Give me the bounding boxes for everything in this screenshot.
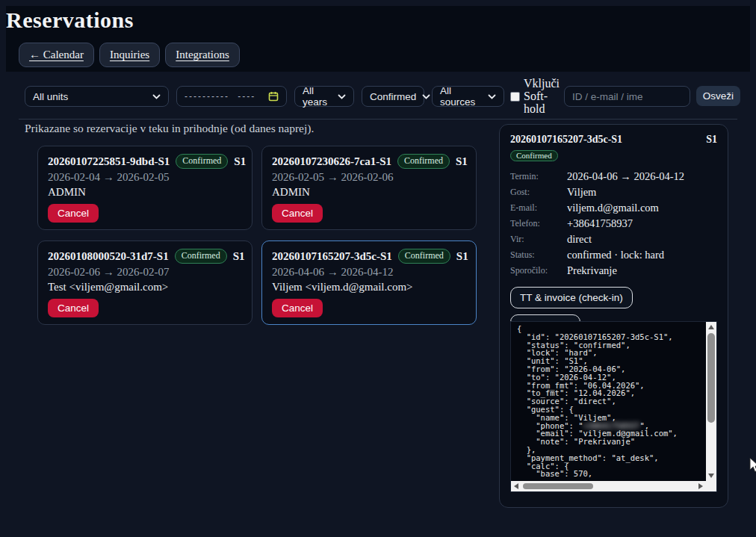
search-input[interactable] (564, 86, 690, 107)
horizontal-scrollbar[interactable] (511, 481, 706, 491)
date-range: 2026-02-04 → 2026-02-05 (48, 171, 242, 184)
tab-bar: ← Calendar Inquiries Integrations (19, 43, 240, 67)
reservation-id: 20260107230626-7ca1-S1 (272, 155, 391, 168)
reservation-id: 20260108000520-31d7-S1 (48, 250, 169, 263)
refresh-button[interactable]: Osveži (696, 86, 740, 106)
date-input[interactable]: ---------- ---- (176, 86, 287, 107)
reservation-id: 20260107225851-9dbd-S1 (48, 155, 170, 168)
reservation-card[interactable]: 20260107230626-7ca1-S1 Confirmed S1 2026… (261, 146, 477, 230)
detail-label: Sporočilo: (510, 265, 567, 276)
header: Reservations ← Calendar Inquiries Integr… (6, 6, 750, 72)
detail-value: viljem.d@gmail.com (567, 202, 659, 214)
tab-inquiries-label: Inquiries (110, 49, 149, 60)
detail-label: E-mail: (510, 202, 567, 214)
card-header: 20260107165207-3d5c-S1 Confirmed S1 (272, 249, 466, 264)
detail-row-telefon: Telefon: +38641758937 (510, 216, 717, 232)
detail-row-status: Status: confirmed · lock: hard (510, 247, 717, 263)
chevron-down-icon (488, 94, 496, 99)
date-range: 2026-02-05 → 2026-02-06 (272, 171, 466, 184)
scrollbar-corner (706, 481, 716, 491)
chevron-down-icon (422, 94, 430, 99)
detail-reservation-id: 20260107165207-3d5c-S1 (510, 134, 622, 146)
status-badge: Confirmed (397, 154, 450, 169)
horizontal-scroll-thumb[interactable] (523, 483, 593, 489)
detail-value: +38641758937 (567, 217, 633, 230)
tab-inquiries[interactable]: Inquiries (99, 43, 160, 67)
unit-label: S1 (233, 250, 245, 263)
scroll-up-icon[interactable] (708, 325, 714, 329)
status-badge: Confirmed (175, 249, 227, 264)
guest-name: Viljem <viljem.d@gmail.com> (272, 281, 466, 294)
reservation-card[interactable]: 20260108000520-31d7-S1 Confirmed S1 2026… (37, 240, 252, 325)
date-range: 2026-04-06 → 2026-04-12 (272, 266, 466, 279)
guest-name: Test <viljem@gmail.com> (48, 281, 242, 294)
scroll-down-icon[interactable] (708, 474, 714, 478)
source-select[interactable]: All sources (432, 86, 504, 107)
info-line: Prikazane so rezervacije v teku in priho… (25, 122, 314, 135)
json-text-before: { "id": "20260107165207-3d5c-S1", "statu… (517, 324, 673, 430)
detail-value: confirmed · lock: hard (567, 249, 664, 261)
detail-row-vir: Vir: direct (510, 232, 717, 247)
json-viewer[interactable]: { "id": "20260107165207-3d5c-S1", "statu… (510, 321, 717, 492)
year-select[interactable]: All years (294, 86, 354, 107)
softhold-checkbox[interactable] (510, 92, 520, 102)
json-redacted-phone: +38641758937 (583, 421, 640, 430)
divider (19, 119, 737, 119)
calendar-icon[interactable] (268, 91, 279, 102)
cancel-button[interactable]: Cancel (48, 299, 99, 317)
invoice-button[interactable]: TT & invoice (check-in) (510, 287, 633, 308)
guest-name: ADMIN (48, 186, 242, 199)
softhold-label: Vključi Soft-hold (524, 77, 563, 115)
status-select-value: Confirmed (370, 91, 416, 102)
tab-integrations[interactable]: Integrations (165, 43, 240, 67)
status-badge: Confirmed (176, 154, 228, 169)
year-select-value: All years (303, 85, 332, 108)
page-title: Reservations (6, 7, 134, 33)
unit-select-value: All units (33, 91, 68, 102)
date-range: 2026-02-06 → 2026-02-07 (48, 266, 242, 279)
reservation-id: 20260107165207-3d5c-S1 (272, 250, 392, 263)
vertical-scrollbar[interactable] (706, 322, 716, 481)
unit-label: S1 (456, 250, 468, 263)
source-select-value: All sources (440, 85, 482, 108)
detail-header: 20260107165207-3d5c-S1 S1 (510, 134, 717, 146)
reservation-card[interactable]: 20260107225851-9dbd-S1 Confirmed S1 2026… (37, 146, 252, 230)
cancel-button[interactable]: Cancel (48, 204, 99, 223)
status-select[interactable]: Confirmed (362, 86, 424, 107)
detail-value: Viljem (567, 186, 596, 199)
unit-label: S1 (234, 155, 246, 168)
detail-row-termin: Termin: 2026-04-06 → 2026-04-12 (510, 169, 717, 184)
reservation-detail-panel: 20260107165207-3d5c-S1 S1 Confirmed Term… (499, 124, 728, 508)
tab-integrations-label: Integrations (176, 49, 229, 60)
vertical-scroll-thumb[interactable] (707, 333, 715, 423)
detail-label: Vir: (510, 234, 567, 245)
unit-select[interactable]: All units (25, 86, 169, 107)
tab-calendar-label: ← Calendar (29, 49, 84, 60)
chevron-down-icon (338, 94, 346, 99)
guest-name: ADMIN (272, 186, 466, 199)
detail-row-sporocilo: Sporočilo: Prekrivanje (510, 263, 717, 279)
detail-value: 2026-04-06 → 2026-04-12 (567, 170, 684, 183)
reservations-app: Reservations ← Calendar Inquiries Integr… (0, 0, 756, 537)
card-header: 20260108000520-31d7-S1 Confirmed S1 (48, 249, 242, 264)
detail-row-gost: Gost: Viljem (510, 184, 717, 200)
scroll-left-icon[interactable] (514, 483, 518, 489)
chevron-down-icon (152, 94, 161, 99)
status-badge: Confirmed (398, 249, 450, 264)
detail-label: Telefon: (510, 218, 567, 229)
detail-unit-label: S1 (706, 134, 717, 146)
tab-calendar[interactable]: ← Calendar (19, 43, 94, 67)
card-header: 20260107230626-7ca1-S1 Confirmed S1 (272, 154, 466, 169)
detail-label: Gost: (510, 187, 567, 198)
detail-label: Termin: (510, 171, 567, 182)
card-header: 20260107225851-9dbd-S1 Confirmed S1 (48, 154, 242, 169)
cancel-button[interactable]: Cancel (272, 299, 323, 317)
cancel-button[interactable]: Cancel (272, 204, 323, 223)
detail-rows: Termin: 2026-04-06 → 2026-04-12 Gost: Vi… (510, 169, 717, 279)
unit-label: S1 (456, 155, 468, 168)
mouse-cursor (749, 457, 756, 477)
scroll-right-icon[interactable] (698, 483, 703, 489)
detail-label: Status: (510, 249, 567, 261)
reservation-card-selected[interactable]: 20260107165207-3d5c-S1 Confirmed S1 2026… (261, 240, 477, 325)
detail-value: Prekrivanje (567, 264, 617, 277)
